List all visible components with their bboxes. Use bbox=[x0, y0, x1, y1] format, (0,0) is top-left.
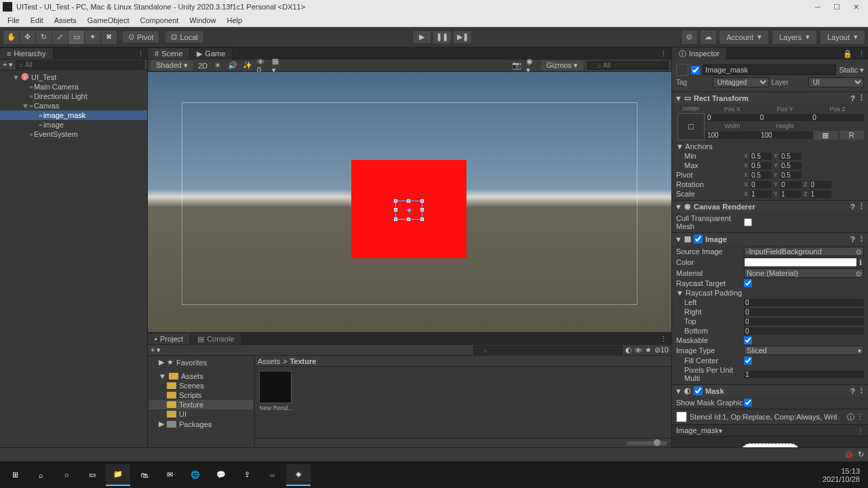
hierarchy-search[interactable] bbox=[16, 60, 144, 69]
cortana-icon[interactable]: ○ bbox=[54, 464, 79, 486]
project-grid[interactable]: New Rend... bbox=[255, 367, 671, 438]
preview-header[interactable]: Image_mask ▾⋮ bbox=[672, 425, 868, 436]
raw-edit-icon[interactable]: R bbox=[840, 131, 865, 140]
anchor-preset[interactable] bbox=[677, 113, 705, 140]
grid-icon[interactable]: ▦ ▾ bbox=[272, 61, 283, 70]
scale-y[interactable] bbox=[780, 190, 802, 198]
object-icon[interactable] bbox=[676, 64, 688, 76]
hier-main-camera[interactable]: ▫ Main Camera bbox=[0, 82, 147, 92]
color-field[interactable] bbox=[744, 258, 857, 267]
asset-item[interactable]: New Rend... bbox=[259, 371, 293, 411]
height-field[interactable] bbox=[760, 131, 813, 139]
pad-top[interactable] bbox=[744, 318, 864, 325]
anchor-min-x[interactable] bbox=[750, 152, 772, 160]
hier-directional-light[interactable]: ▫ Directional Light bbox=[0, 92, 147, 101]
anchor-min-y[interactable] bbox=[780, 152, 802, 160]
static-dropdown[interactable]: Static ▾ bbox=[839, 66, 864, 75]
search-icon[interactable]: ⌕ bbox=[28, 464, 53, 486]
cull-checkbox[interactable] bbox=[744, 218, 752, 226]
project-eye-icon[interactable]: 👁 bbox=[635, 346, 642, 354]
breadcrumb-assets[interactable]: Assets bbox=[258, 357, 280, 365]
hier-image-mask[interactable]: ▫ image_mask bbox=[0, 110, 147, 120]
image-enable-checkbox[interactable] bbox=[694, 235, 703, 243]
posx-field[interactable] bbox=[706, 114, 759, 121]
scale-x[interactable] bbox=[750, 190, 772, 198]
menu-gameobject[interactable]: GameObject bbox=[83, 15, 134, 26]
lighting-icon[interactable]: ☀ bbox=[212, 61, 223, 70]
gizmos-dropdown[interactable]: Gizmos ▾ bbox=[541, 60, 583, 70]
hand-tool[interactable]: ✋ bbox=[3, 30, 20, 45]
menu-window[interactable]: Window bbox=[184, 15, 220, 26]
menu-component[interactable]: Component bbox=[135, 15, 183, 26]
transform-tool[interactable]: ✦ bbox=[84, 30, 101, 45]
console-tab[interactable]: ▤ Console bbox=[191, 333, 241, 345]
ppu-field[interactable] bbox=[744, 371, 864, 378]
active-checkbox[interactable] bbox=[691, 66, 700, 75]
hier-image[interactable]: ▫ image bbox=[0, 120, 147, 129]
status-auto-icon[interactable]: ↻ bbox=[858, 450, 864, 459]
tag-dropdown[interactable]: Untagged bbox=[713, 77, 769, 87]
2d-toggle[interactable]: 2D bbox=[197, 61, 208, 70]
comp-help-icon[interactable]: ? bbox=[850, 94, 855, 102]
selection-rect[interactable] bbox=[395, 201, 422, 220]
project-filter-icon[interactable]: ◐ bbox=[625, 346, 632, 354]
audio-icon[interactable]: 🔊 bbox=[227, 61, 238, 70]
source-image-field[interactable]: ▫ InputFieldBackground⊙ bbox=[744, 247, 864, 256]
scene-view[interactable] bbox=[148, 72, 671, 332]
scale-z[interactable] bbox=[810, 190, 831, 198]
hier-canvas[interactable]: ▼▫ Canvas bbox=[0, 101, 147, 110]
inspector-lock-icon[interactable]: 🔒 bbox=[840, 49, 855, 58]
menu-file[interactable]: File bbox=[3, 15, 24, 26]
cloud-icon[interactable]: ☁ bbox=[700, 30, 717, 45]
project-tab[interactable]: ▪ Project bbox=[148, 333, 191, 344]
rot-x[interactable] bbox=[750, 181, 772, 188]
fillcenter-checkbox[interactable] bbox=[744, 357, 752, 365]
layer-dropdown[interactable]: UI bbox=[808, 77, 865, 87]
rot-z[interactable] bbox=[810, 181, 831, 188]
share-icon[interactable]: ⇪ bbox=[235, 464, 259, 486]
pivot-y[interactable] bbox=[780, 171, 802, 179]
folder-ui[interactable]: UI bbox=[149, 409, 253, 419]
project-create[interactable]: + ▾ bbox=[151, 346, 161, 354]
pause-button[interactable]: ❚❚ bbox=[433, 30, 452, 44]
anchor-max-x[interactable] bbox=[750, 162, 772, 169]
chrome-icon[interactable]: 🌐 bbox=[183, 464, 208, 486]
mask-enable-checkbox[interactable] bbox=[694, 386, 703, 395]
scale-tool[interactable]: ⤢ bbox=[52, 30, 68, 45]
pivot-x[interactable] bbox=[750, 171, 772, 179]
hier-eventsystem[interactable]: ▫ EventSystem bbox=[0, 129, 147, 139]
scene-tab[interactable]: # Scene bbox=[148, 48, 190, 59]
rot-y[interactable] bbox=[780, 181, 802, 188]
account-dropdown[interactable]: Account ▾ bbox=[719, 30, 769, 45]
packages-node[interactable]: ▶ Packages bbox=[149, 419, 253, 429]
store-icon[interactable]: 🛍 bbox=[132, 464, 156, 486]
pad-left[interactable] bbox=[744, 299, 864, 306]
scene-root[interactable]: ▼🎯 UI_Test bbox=[0, 72, 147, 82]
close-button[interactable]: ✕ bbox=[846, 1, 865, 13]
rect-tool[interactable]: ▭ bbox=[68, 30, 85, 45]
material-field[interactable]: None (Material)⊙ bbox=[744, 268, 864, 278]
project-hidden-icon[interactable]: ⊘10 bbox=[654, 346, 669, 354]
assets-node[interactable]: ▼ Assets bbox=[149, 371, 253, 381]
create-dropdown[interactable]: + ▾ bbox=[3, 60, 13, 69]
breadcrumb-texture[interactable]: Texture bbox=[290, 357, 316, 365]
step-button[interactable]: ▶❚ bbox=[453, 30, 472, 44]
menu-edit[interactable]: Edit bbox=[26, 15, 48, 26]
explorer-icon[interactable]: 📁 bbox=[106, 464, 130, 486]
folder-texture[interactable]: Texture bbox=[149, 400, 253, 409]
minimize-button[interactable]: ─ bbox=[808, 1, 827, 13]
local-toggle[interactable]: ⊡ Local bbox=[165, 30, 203, 43]
rotate-tool[interactable]: ↻ bbox=[35, 30, 52, 45]
maximize-button[interactable]: ☐ bbox=[827, 1, 846, 13]
comp-menu-icon[interactable]: ⋮ bbox=[858, 94, 865, 102]
anchor-max-y[interactable] bbox=[780, 162, 802, 169]
scene-tabs-menu[interactable]: ⋮ bbox=[656, 49, 671, 58]
move-tool[interactable]: ✥ bbox=[19, 30, 36, 45]
show-mask-checkbox[interactable] bbox=[744, 399, 752, 407]
layers-dropdown[interactable]: Layers ▾ bbox=[772, 30, 817, 45]
hierarchy-tab[interactable]: ≡ Hierarchy bbox=[0, 48, 54, 59]
vs-icon[interactable]: ∞ bbox=[260, 464, 285, 486]
status-bug-icon[interactable]: 🐞 bbox=[844, 450, 854, 459]
project-menu-icon[interactable]: ⋮ bbox=[656, 335, 671, 344]
pad-bottom[interactable] bbox=[744, 327, 864, 335]
